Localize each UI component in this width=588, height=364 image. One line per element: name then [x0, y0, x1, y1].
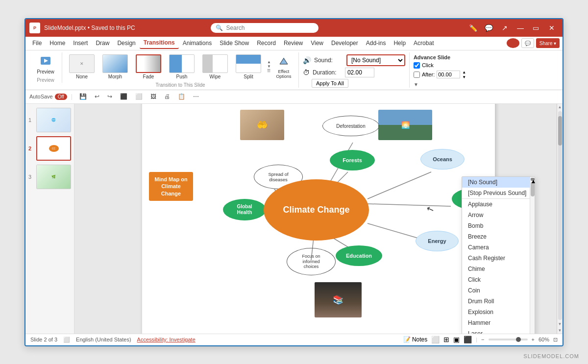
sound-option-applause[interactable]: Applause [462, 199, 535, 210]
share-button[interactable]: ↗ [498, 21, 512, 35]
sound-option-cashregister[interactable]: Cash Register [462, 253, 535, 264]
sound-option-arrow[interactable]: Arrow [462, 210, 535, 220]
menu-record[interactable]: Record [253, 38, 280, 49]
zoom-minus[interactable]: − [481, 337, 484, 342]
transition-push[interactable]: Push [166, 52, 197, 81]
sound-option-hammer[interactable]: Hammer [462, 317, 535, 328]
sound-option-breeze[interactable]: Breeze [462, 231, 535, 242]
comment-button[interactable]: 💬 [482, 21, 496, 35]
close-button[interactable]: ✕ [545, 21, 559, 35]
menu-design[interactable]: Design [113, 38, 139, 49]
search-box[interactable]: 🔍 [211, 23, 318, 33]
undo-button[interactable]: ↩ [92, 92, 102, 101]
sound-option-coin[interactable]: Coin [462, 285, 535, 296]
after-row: After: ▲ ▼ [414, 70, 466, 79]
transition-fade[interactable]: Fade [133, 52, 164, 81]
transition-fade-thumb [136, 54, 161, 73]
dropdown-scrollbar[interactable]: ▲ ▼ [530, 177, 535, 334]
slide-thumb-2[interactable]: 2 CC [28, 136, 71, 161]
scroll-down-btn[interactable]: ▼ [267, 65, 271, 69]
menu-home[interactable]: Home [46, 38, 69, 49]
record-btn[interactable] [507, 38, 519, 48]
menu-insert[interactable]: Insert [69, 38, 92, 49]
menu-developer[interactable]: Developer [327, 38, 362, 49]
view-normal-btn[interactable]: ⬜ [431, 336, 440, 343]
search-input[interactable] [226, 24, 314, 31]
transition-morph[interactable]: Morph [99, 52, 131, 81]
redo-button[interactable]: ↪ [104, 92, 115, 101]
sound-option-bomb[interactable]: Bomb [462, 220, 535, 231]
scroll-more-btn[interactable]: ☰ [267, 69, 271, 73]
save-button[interactable]: 💾 [76, 92, 90, 101]
sound-option-laser[interactable]: Laser [462, 328, 535, 334]
pen-button[interactable]: ✏️ [466, 21, 480, 35]
scrollbar-top-btn[interactable]: ▲ [531, 178, 535, 181]
sound-option-chime[interactable]: Chime [462, 264, 535, 274]
print-button[interactable]: 🖨 [161, 92, 173, 101]
view-present-btn[interactable]: ⬛ [464, 336, 472, 343]
watermark: SLIDEMODEL.COM [523, 353, 579, 359]
advance-dropdown-btn[interactable]: ▼ [414, 82, 418, 87]
time-down-btn[interactable]: ▼ [462, 75, 466, 79]
view-grid-btn[interactable]: ⊞ [443, 336, 449, 343]
restore-button[interactable]: ▭ [529, 21, 543, 35]
zoom-thumb[interactable] [516, 337, 521, 342]
time-up-btn[interactable]: ▲ [462, 70, 466, 74]
scroll-up-btn[interactable]: ▲ [267, 60, 271, 64]
menu-addins[interactable]: Add-ins [362, 38, 390, 49]
view-reading-btn[interactable]: ▣ [453, 336, 460, 343]
preview-button[interactable]: Preview [33, 52, 58, 76]
notes-btn[interactable]: 📝 Notes [403, 336, 428, 343]
menu-review[interactable]: Review [280, 38, 307, 49]
menu-slideshow[interactable]: Slide Show [216, 38, 253, 49]
transition-split[interactable]: Split [233, 52, 264, 81]
language: English (United States) [76, 337, 131, 342]
menu-draw[interactable]: Draw [92, 38, 113, 49]
after-checkbox[interactable] [414, 72, 420, 78]
share-btn[interactable]: Share ▾ [536, 38, 560, 48]
shapes-button[interactable]: ⬜ [132, 92, 146, 101]
sound-option-nosound[interactable]: [No Sound] [462, 177, 535, 188]
menu-file[interactable]: File [28, 38, 46, 49]
scroll-top-btn[interactable]: ▲ [557, 104, 563, 110]
format-button[interactable]: 📋 [175, 92, 188, 101]
accessibility[interactable]: Accessibility: Investigate [137, 337, 196, 342]
toolbar: AutoSave Off | 💾 ↩ ↪ ⬛ ⬜ 🖼 🖨 📋 ⋯ [25, 90, 563, 104]
comment-btn[interactable]: 💬 [521, 38, 534, 48]
autosave-state[interactable]: Off [55, 94, 67, 100]
menu-animations[interactable]: Animations [179, 38, 216, 49]
picture-button[interactable]: 🖼 [147, 92, 159, 101]
sound-option-stopprev[interactable]: [Stop Previous Sound] [462, 188, 535, 199]
minimize-button[interactable]: — [514, 21, 527, 35]
scroll-down2-btn[interactable]: ▼ [557, 327, 563, 334]
menu-view[interactable]: View [307, 38, 327, 49]
sound-select[interactable]: [No Sound] [346, 54, 405, 66]
transition-wipe[interactable]: Wipe [199, 52, 231, 81]
scroll-bottom-btn[interactable]: ▼ [557, 321, 563, 327]
more-tools-button[interactable]: ⋯ [190, 92, 202, 101]
slide-thumb-3[interactable]: 3 🌿 [28, 165, 71, 189]
sound-option-camera[interactable]: Camera [462, 242, 535, 253]
sound-option-explosion[interactable]: Explosion [462, 307, 535, 317]
mouse-cursor: ↖ [425, 203, 436, 216]
ribbon-group-preview: Preview Preview [29, 52, 62, 83]
clock-icon: ⏱ [303, 69, 310, 76]
sound-option-drumroll[interactable]: Drum Roll [462, 296, 535, 307]
menu-transitions[interactable]: Transitions [140, 37, 179, 49]
after-time-input[interactable] [437, 71, 460, 78]
click-checkbox[interactable] [414, 62, 420, 69]
sound-option-click[interactable]: Click [462, 274, 535, 285]
zoom-slider[interactable] [489, 339, 528, 340]
fit-btn[interactable]: ⊡ [553, 337, 558, 343]
apply-button[interactable]: Apply To All [312, 79, 348, 88]
duration-input[interactable] [345, 68, 374, 77]
slide-thumb-1[interactable]: 1 🌐 [28, 108, 71, 132]
present-button[interactable]: ⬛ [117, 92, 130, 101]
zoom-plus[interactable]: + [532, 337, 535, 342]
menu-acrobat[interactable]: Acrobat [410, 38, 438, 49]
branch-oceans: Oceans [420, 149, 465, 170]
menu-help[interactable]: Help [390, 38, 410, 49]
scroll-thumb[interactable] [558, 116, 562, 146]
effect-options-btn[interactable]: EffectOptions [273, 52, 294, 81]
transition-none[interactable]: ✕ None [66, 52, 98, 81]
